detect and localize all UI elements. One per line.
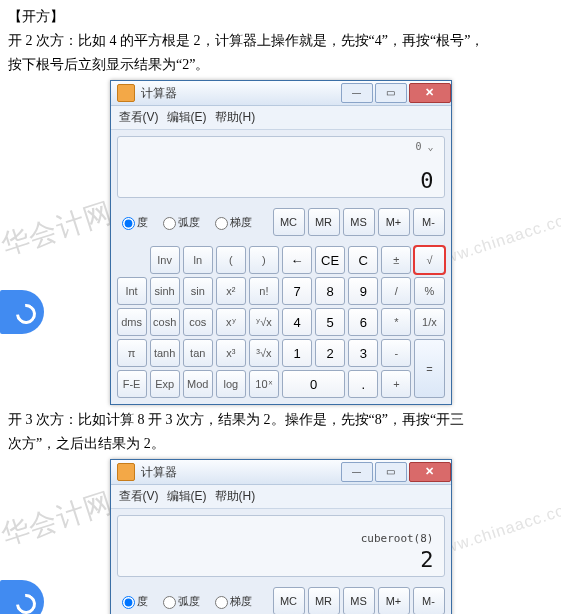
key-5[interactable]: 5: [315, 308, 345, 336]
key-0[interactable]: 0: [282, 370, 345, 398]
key-[interactable]: +: [381, 370, 411, 398]
key-2[interactable]: 2: [315, 339, 345, 367]
key-[interactable]: =: [414, 339, 444, 398]
mem-ms[interactable]: MS: [343, 587, 375, 614]
key-4[interactable]: 4: [282, 308, 312, 336]
app-icon: [117, 84, 135, 102]
key-[interactable]: ): [249, 246, 279, 274]
app-icon: [117, 463, 135, 481]
mem-mr[interactable]: MR: [308, 208, 340, 236]
display-mem: 0 ⌄: [415, 141, 433, 152]
body-text: 开 2 次方：比如 4 的平方根是 2，计算器上操作就是，先按“4”，再按“根号…: [8, 30, 553, 52]
key-9[interactable]: 9: [348, 277, 378, 305]
maximize-button[interactable]: [375, 83, 407, 103]
mem-m-[interactable]: M-: [413, 208, 445, 236]
key-sin[interactable]: sin: [183, 277, 213, 305]
minimize-button[interactable]: [341, 462, 373, 482]
close-button[interactable]: [409, 462, 451, 482]
key-[interactable]: *: [381, 308, 411, 336]
display: 0 ⌄0: [117, 136, 445, 198]
key-log[interactable]: log: [216, 370, 246, 398]
minimize-button[interactable]: [341, 83, 373, 103]
display-expression: cuberoot(8): [361, 532, 434, 545]
key-[interactable]: ±: [381, 246, 411, 274]
key-Mod[interactable]: Mod: [183, 370, 213, 398]
calculator-window: 计算器查看(V)编辑(E)帮助(H)cuberoot(8)2度弧度梯度MCMRM…: [110, 459, 452, 614]
body-text: 按下根号后立刻显示结果为“2”。: [8, 54, 553, 76]
key-[interactable]: (: [216, 246, 246, 274]
mode-grad[interactable]: 梯度: [210, 593, 252, 609]
mode-rad[interactable]: 弧度: [158, 593, 200, 609]
key-[interactable]: ←: [282, 246, 312, 274]
maximize-button[interactable]: [375, 462, 407, 482]
key-CE[interactable]: CE: [315, 246, 345, 274]
key-Exp[interactable]: Exp: [150, 370, 180, 398]
key-3[interactable]: 3: [348, 339, 378, 367]
key-sinh[interactable]: sinh: [150, 277, 180, 305]
key-8[interactable]: 8: [315, 277, 345, 305]
key-[interactable]: -: [381, 339, 411, 367]
key-FE[interactable]: F-E: [117, 370, 147, 398]
calculator-window: 计算器查看(V)编辑(E)帮助(H)0 ⌄0度弧度梯度MCMRMSM+M-Inv…: [110, 80, 452, 405]
key-x[interactable]: xʸ: [216, 308, 246, 336]
key-ln[interactable]: ln: [183, 246, 213, 274]
key-1[interactable]: 1: [282, 339, 312, 367]
mem-mc[interactable]: MC: [273, 208, 305, 236]
key-x[interactable]: x²: [216, 277, 246, 305]
key-tanh[interactable]: tanh: [150, 339, 180, 367]
window-title: 计算器: [141, 85, 177, 102]
display-result: 0: [420, 168, 433, 193]
mem-mc[interactable]: MC: [273, 587, 305, 614]
key-n[interactable]: n!: [249, 277, 279, 305]
menu-edit[interactable]: 编辑(E): [167, 110, 207, 124]
key-1x[interactable]: 1/x: [414, 308, 444, 336]
key-x[interactable]: ʸ√x: [249, 308, 279, 336]
key-cos[interactable]: cos: [183, 308, 213, 336]
key-cosh[interactable]: cosh: [150, 308, 180, 336]
display: cuberoot(8)2: [117, 515, 445, 577]
menu-view[interactable]: 查看(V): [119, 110, 159, 124]
mem-m+[interactable]: M+: [378, 587, 410, 614]
key-[interactable]: .: [348, 370, 378, 398]
key-[interactable]: π: [117, 339, 147, 367]
window-title: 计算器: [141, 464, 177, 481]
mem-m-[interactable]: M-: [413, 587, 445, 614]
mem-ms[interactable]: MS: [343, 208, 375, 236]
mode-deg[interactable]: 度: [117, 214, 148, 230]
mode-grad[interactable]: 梯度: [210, 214, 252, 230]
menu-help[interactable]: 帮助(H): [215, 110, 256, 124]
heading: 【开方】: [8, 6, 553, 28]
key-C[interactable]: C: [348, 246, 378, 274]
key-[interactable]: /: [381, 277, 411, 305]
mem-mr[interactable]: MR: [308, 587, 340, 614]
menu-view[interactable]: 查看(V): [119, 489, 159, 503]
mode-rad[interactable]: 弧度: [158, 214, 200, 230]
key-6[interactable]: 6: [348, 308, 378, 336]
key-x[interactable]: ³√x: [249, 339, 279, 367]
mem-m+[interactable]: M+: [378, 208, 410, 236]
key-[interactable]: √: [414, 246, 444, 274]
display-result: 2: [420, 547, 433, 572]
body-text: 开 3 次方：比如计算 8 开 3 次方，结果为 2。操作是，先按“8”，再按“…: [8, 409, 553, 431]
mode-deg[interactable]: 度: [117, 593, 148, 609]
key-Inv[interactable]: Inv: [150, 246, 180, 274]
menu-edit[interactable]: 编辑(E): [167, 489, 207, 503]
key-Int[interactable]: Int: [117, 277, 147, 305]
key-[interactable]: %: [414, 277, 444, 305]
key-10[interactable]: 10ˣ: [249, 370, 279, 398]
menu-help[interactable]: 帮助(H): [215, 489, 256, 503]
key-dms[interactable]: dms: [117, 308, 147, 336]
key-tan[interactable]: tan: [183, 339, 213, 367]
body-text: 次方”，之后出结果为 2。: [8, 433, 553, 455]
key-7[interactable]: 7: [282, 277, 312, 305]
close-button[interactable]: [409, 83, 451, 103]
key-x[interactable]: x³: [216, 339, 246, 367]
